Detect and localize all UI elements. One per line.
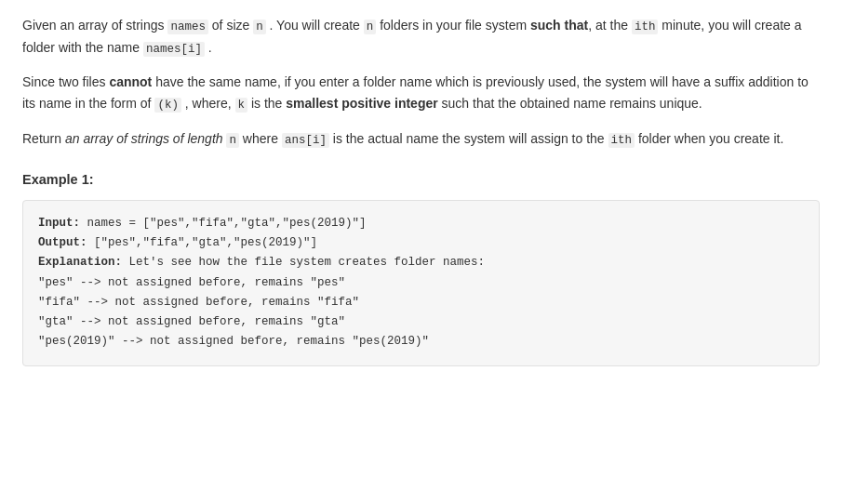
cannot-bold: cannot xyxy=(109,74,152,89)
such-that-bold: such that xyxy=(530,18,588,33)
names-code: names xyxy=(167,20,208,34)
output-label: Output: xyxy=(38,236,87,249)
ith-code-2: ith xyxy=(608,133,635,148)
ans-i-code: ans[i] xyxy=(282,133,329,148)
example-1-code-block: Input: names = ["pes","fifa","gta","pes(… xyxy=(22,200,820,366)
smallest-positive-integer-bold: smallest positive integer xyxy=(286,96,437,111)
k-paren-code: (k) xyxy=(154,98,181,113)
paragraph-3: Return an array of strings of length n w… xyxy=(22,128,820,151)
k-code: k xyxy=(235,98,248,113)
n-code-1: n xyxy=(253,20,266,34)
names-i-code: names[i] xyxy=(143,42,205,57)
paragraph-2: Since two files cannot have the same nam… xyxy=(22,72,820,115)
italic-text: an array of strings of length xyxy=(65,131,223,146)
problem-description: Given an array of strings names of size … xyxy=(22,15,820,366)
n-code-2: n xyxy=(364,20,377,34)
ith-code-1: ith xyxy=(632,20,659,34)
explanation-label: Explanation: xyxy=(38,256,122,269)
n-code-3: n xyxy=(226,133,239,148)
example-1-title: Example 1: xyxy=(22,169,820,191)
example-1-section: Example 1: Input: names = ["pes","fifa",… xyxy=(22,169,820,366)
input-label: Input: xyxy=(38,217,80,230)
paragraph-1: Given an array of strings names of size … xyxy=(22,15,820,59)
